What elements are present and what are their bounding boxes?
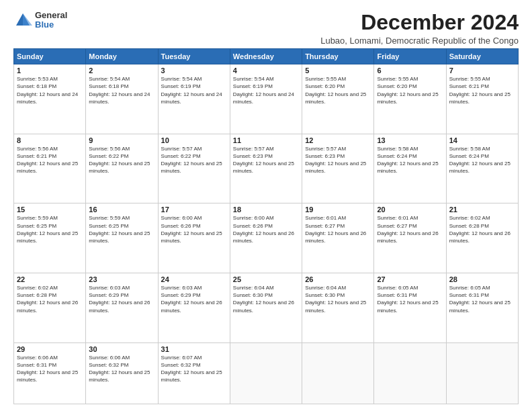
day-number: 1: [17, 66, 83, 75]
col-wednesday: Wednesday: [230, 49, 302, 64]
table-row: 25 Sunrise: 6:04 AM Sunset: 6:30 PM Dayl…: [230, 273, 302, 342]
day-info: Sunrise: 6:02 AM Sunset: 6:28 PM Dayligh…: [449, 214, 515, 244]
day-info: Sunrise: 5:58 AM Sunset: 6:24 PM Dayligh…: [377, 145, 443, 175]
day-info: Sunrise: 6:04 AM Sunset: 6:30 PM Dayligh…: [233, 284, 299, 314]
day-number: 12: [305, 136, 371, 144]
table-row: [302, 342, 374, 404]
day-number: 11: [233, 136, 299, 144]
table-row: 30 Sunrise: 6:06 AM Sunset: 6:32 PM Dayl…: [86, 342, 158, 404]
table-row: 17 Sunrise: 6:00 AM Sunset: 6:26 PM Dayl…: [158, 203, 230, 273]
day-info: Sunrise: 5:54 AM Sunset: 6:18 PM Dayligh…: [89, 75, 154, 105]
day-number: 10: [161, 136, 227, 144]
day-info: Sunrise: 5:57 AM Sunset: 6:23 PM Dayligh…: [233, 145, 299, 175]
table-row: 29 Sunrise: 6:06 AM Sunset: 6:31 PM Dayl…: [14, 342, 86, 404]
day-number: 5: [305, 66, 371, 75]
day-info: Sunrise: 5:54 AM Sunset: 6:19 PM Dayligh…: [161, 75, 227, 105]
table-row: 12 Sunrise: 5:57 AM Sunset: 6:23 PM Dayl…: [302, 134, 374, 203]
logo: General Blue: [13, 11, 67, 30]
table-row: 2 Sunrise: 5:54 AM Sunset: 6:18 PM Dayli…: [86, 64, 158, 134]
day-info: Sunrise: 5:58 AM Sunset: 6:24 PM Dayligh…: [449, 145, 515, 175]
day-number: 14: [449, 136, 515, 144]
col-tuesday: Tuesday: [158, 49, 230, 64]
table-row: 4 Sunrise: 5:54 AM Sunset: 6:19 PM Dayli…: [230, 64, 302, 134]
day-number: 29: [17, 345, 83, 353]
day-number: 22: [17, 275, 83, 283]
col-thursday: Thursday: [302, 49, 374, 64]
day-number: 18: [233, 205, 299, 214]
table-row: 1 Sunrise: 5:53 AM Sunset: 6:18 PM Dayli…: [14, 64, 86, 134]
day-info: Sunrise: 6:00 AM Sunset: 6:26 PM Dayligh…: [233, 214, 299, 244]
day-info: Sunrise: 5:56 AM Sunset: 6:22 PM Dayligh…: [89, 145, 154, 175]
day-info: Sunrise: 5:55 AM Sunset: 6:20 PM Dayligh…: [377, 75, 443, 105]
table-row: 6 Sunrise: 5:55 AM Sunset: 6:20 PM Dayli…: [374, 64, 446, 134]
col-monday: Monday: [86, 49, 158, 64]
day-number: 16: [89, 205, 154, 214]
day-info: Sunrise: 6:01 AM Sunset: 6:27 PM Dayligh…: [377, 214, 443, 244]
calendar-row: 15 Sunrise: 5:59 AM Sunset: 6:25 PM Dayl…: [14, 203, 519, 273]
col-sunday: Sunday: [14, 49, 86, 64]
day-info: Sunrise: 5:59 AM Sunset: 6:25 PM Dayligh…: [17, 214, 83, 244]
svg-marker-1: [23, 13, 32, 26]
day-number: 2: [89, 66, 154, 75]
day-info: Sunrise: 6:01 AM Sunset: 6:27 PM Dayligh…: [305, 214, 371, 244]
day-number: 8: [17, 136, 83, 144]
table-row: [230, 342, 302, 404]
page: General Blue December 2024 Lubao, Lomami…: [0, 0, 532, 411]
title-block: December 2024 Lubao, Lomami, Democratic …: [320, 11, 519, 46]
day-info: Sunrise: 6:06 AM Sunset: 6:31 PM Dayligh…: [17, 354, 83, 384]
day-number: 9: [89, 136, 154, 144]
day-number: 20: [377, 205, 443, 214]
table-row: 5 Sunrise: 5:55 AM Sunset: 6:20 PM Dayli…: [302, 64, 374, 134]
day-number: 28: [449, 275, 515, 283]
table-row: 31 Sunrise: 6:07 AM Sunset: 6:32 PM Dayl…: [158, 342, 230, 404]
table-row: 22 Sunrise: 6:02 AM Sunset: 6:28 PM Dayl…: [14, 273, 86, 342]
table-row: 8 Sunrise: 5:56 AM Sunset: 6:21 PM Dayli…: [14, 134, 86, 203]
day-info: Sunrise: 6:06 AM Sunset: 6:32 PM Dayligh…: [89, 354, 154, 384]
table-row: 26 Sunrise: 6:04 AM Sunset: 6:30 PM Dayl…: [302, 273, 374, 342]
day-info: Sunrise: 6:05 AM Sunset: 6:31 PM Dayligh…: [377, 284, 443, 314]
table-row: 10 Sunrise: 5:57 AM Sunset: 6:22 PM Dayl…: [158, 134, 230, 203]
table-row: 16 Sunrise: 5:59 AM Sunset: 6:25 PM Dayl…: [86, 203, 158, 273]
day-number: 23: [89, 275, 154, 283]
table-row: 28 Sunrise: 6:05 AM Sunset: 6:31 PM Dayl…: [446, 273, 518, 342]
table-row: [374, 342, 446, 404]
day-info: Sunrise: 5:55 AM Sunset: 6:20 PM Dayligh…: [305, 75, 371, 105]
calendar-row: 22 Sunrise: 6:02 AM Sunset: 6:28 PM Dayl…: [14, 273, 519, 342]
day-info: Sunrise: 5:56 AM Sunset: 6:21 PM Dayligh…: [17, 145, 83, 175]
day-number: 3: [161, 66, 227, 75]
day-number: 31: [161, 345, 227, 353]
day-info: Sunrise: 5:55 AM Sunset: 6:21 PM Dayligh…: [449, 75, 515, 105]
table-row: 24 Sunrise: 6:03 AM Sunset: 6:29 PM Dayl…: [158, 273, 230, 342]
day-number: 17: [161, 205, 227, 214]
header: General Blue December 2024 Lubao, Lomami…: [13, 11, 519, 46]
day-number: 24: [161, 275, 227, 283]
day-info: Sunrise: 5:59 AM Sunset: 6:25 PM Dayligh…: [89, 214, 154, 244]
day-info: Sunrise: 6:05 AM Sunset: 6:31 PM Dayligh…: [449, 284, 515, 314]
day-info: Sunrise: 6:02 AM Sunset: 6:28 PM Dayligh…: [17, 284, 83, 314]
table-row: 27 Sunrise: 6:05 AM Sunset: 6:31 PM Dayl…: [374, 273, 446, 342]
day-number: 21: [449, 205, 515, 214]
day-number: 15: [17, 205, 83, 214]
logo-blue: Blue: [35, 20, 67, 30]
logo-icon: [13, 11, 32, 30]
day-number: 27: [377, 275, 443, 283]
calendar-table: Sunday Monday Tuesday Wednesday Thursday…: [13, 48, 519, 404]
day-info: Sunrise: 5:53 AM Sunset: 6:18 PM Dayligh…: [17, 75, 83, 105]
day-info: Sunrise: 6:00 AM Sunset: 6:26 PM Dayligh…: [161, 214, 227, 244]
day-number: 25: [233, 275, 299, 283]
table-row: 9 Sunrise: 5:56 AM Sunset: 6:22 PM Dayli…: [86, 134, 158, 203]
calendar-header-row: Sunday Monday Tuesday Wednesday Thursday…: [14, 49, 519, 64]
subtitle: Lubao, Lomami, Democratic Republic of th…: [320, 36, 519, 46]
day-number: 30: [89, 345, 154, 353]
day-info: Sunrise: 5:57 AM Sunset: 6:23 PM Dayligh…: [305, 145, 371, 175]
day-info: Sunrise: 6:07 AM Sunset: 6:32 PM Dayligh…: [161, 354, 227, 384]
col-saturday: Saturday: [446, 49, 518, 64]
table-row: 3 Sunrise: 5:54 AM Sunset: 6:19 PM Dayli…: [158, 64, 230, 134]
day-number: 13: [377, 136, 443, 144]
table-row: 18 Sunrise: 6:00 AM Sunset: 6:26 PM Dayl…: [230, 203, 302, 273]
logo-general: General: [35, 11, 67, 20]
day-info: Sunrise: 5:54 AM Sunset: 6:19 PM Dayligh…: [233, 75, 299, 105]
day-info: Sunrise: 5:57 AM Sunset: 6:22 PM Dayligh…: [161, 145, 227, 175]
table-row: 19 Sunrise: 6:01 AM Sunset: 6:27 PM Dayl…: [302, 203, 374, 273]
calendar-row: 8 Sunrise: 5:56 AM Sunset: 6:21 PM Dayli…: [14, 134, 519, 203]
